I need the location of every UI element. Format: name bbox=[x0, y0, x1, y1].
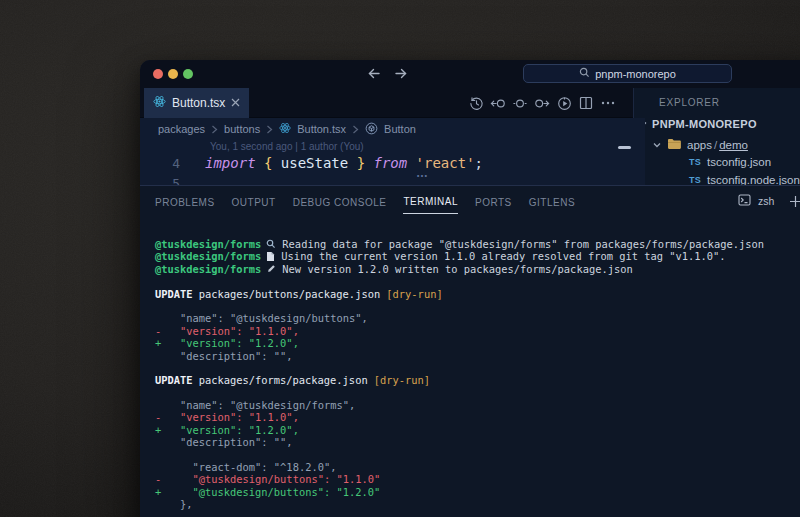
code-line-partial[interactable]: 5 bbox=[140, 176, 645, 185]
back-arrow-icon[interactable] bbox=[367, 67, 381, 80]
update-label: UPDATE bbox=[155, 374, 193, 386]
tab-terminal[interactable]: TERMINAL bbox=[403, 188, 458, 214]
next-change-icon[interactable] bbox=[534, 95, 550, 111]
log-message: Reading data for package "@tuskdesign/fo… bbox=[282, 238, 764, 250]
tab-bar: Button.tsx bbox=[140, 88, 645, 118]
close-window-button[interactable] bbox=[153, 69, 163, 79]
explorer-sidebar: EXPLORER PNPM-MONOREPO apps/demo TS tsco… bbox=[633, 88, 800, 185]
update-path: packages/forms/package.json bbox=[199, 374, 368, 386]
breadcrumb-file[interactable]: Button.tsx bbox=[297, 123, 346, 135]
token-semicolon: ; bbox=[475, 155, 483, 171]
line-number: 4 bbox=[140, 156, 188, 171]
diff-line-removed: - "version": "1.1.0", bbox=[155, 411, 800, 423]
scrollbar-thumb[interactable] bbox=[618, 146, 631, 149]
window-controls bbox=[153, 69, 193, 79]
pencil-icon bbox=[266, 264, 276, 274]
root-folder-label: PNPM-MONOREPO bbox=[652, 118, 757, 130]
tab-ports[interactable]: PORTS bbox=[475, 189, 512, 214]
terminal-log-line: @tuskdesign/forms Using the current vers… bbox=[155, 250, 800, 262]
log-message: New version 1.2.0 written to packages/fo… bbox=[282, 263, 632, 275]
code-text: import{useState}from'react'; bbox=[205, 155, 483, 171]
code-editor[interactable]: You, 1 second ago | 1 author (You) 4 imp… bbox=[140, 140, 645, 185]
new-terminal-icon[interactable] bbox=[789, 195, 800, 208]
diff-line: "name": "@tuskdesign/forms", bbox=[155, 399, 800, 411]
path-slash: / bbox=[714, 139, 717, 151]
search-icon bbox=[579, 67, 590, 80]
forward-arrow-icon[interactable] bbox=[394, 67, 408, 80]
dry-run-badge: [dry-run] bbox=[374, 374, 430, 386]
update-heading: UPDATE packages/forms/package.json [dry-… bbox=[155, 374, 800, 386]
token-close-brace: } bbox=[357, 155, 365, 171]
diff-line: "description": "", bbox=[155, 436, 800, 448]
file-label: tsconfig.json bbox=[707, 156, 771, 168]
diff-line: "react-dom": "^18.2.0", bbox=[155, 461, 800, 473]
update-heading: UPDATE packages/buttons/package.json [dr… bbox=[155, 288, 800, 300]
tab-output[interactable]: OUTPUT bbox=[232, 189, 276, 214]
breadcrumb-packages[interactable]: packages bbox=[158, 123, 205, 135]
diff-line: }, bbox=[155, 498, 800, 510]
title-bar: pnpm-monorepo bbox=[140, 60, 800, 88]
bottom-panel: PROBLEMS OUTPUT DEBUG CONSOLE TERMINAL P… bbox=[140, 185, 800, 517]
typescript-icon: TS bbox=[689, 175, 701, 185]
command-center-search[interactable]: pnpm-monorepo bbox=[523, 64, 732, 83]
token-import: import bbox=[205, 155, 256, 171]
history-nav bbox=[367, 67, 408, 80]
tab-label: Button.tsx bbox=[172, 96, 225, 110]
breadcrumb-buttons[interactable]: buttons bbox=[224, 123, 260, 135]
package-name: @tuskdesign/forms bbox=[155, 238, 261, 250]
folder-name: demo bbox=[719, 139, 748, 151]
previous-change-icon[interactable] bbox=[490, 95, 506, 111]
terminal-log-line: @tuskdesign/forms Reading data for packa… bbox=[155, 238, 800, 250]
split-editor-icon[interactable] bbox=[578, 95, 594, 111]
token-usestate: useState bbox=[281, 155, 348, 171]
editor-actions bbox=[468, 88, 616, 118]
tab-debug-console[interactable]: DEBUG CONSOLE bbox=[293, 189, 387, 214]
react-icon bbox=[153, 95, 166, 111]
code-line[interactable]: 4 import{useState}from'react'; bbox=[140, 152, 645, 174]
folder-prefix: apps bbox=[687, 139, 712, 151]
close-icon[interactable] bbox=[231, 96, 240, 110]
vscode-window: pnpm-monorepo Button.tsx bbox=[140, 60, 800, 517]
terminal-log-line: @tuskdesign/forms New version 1.2.0 writ… bbox=[155, 263, 800, 275]
update-path: packages/buttons/package.json bbox=[199, 288, 380, 300]
history-icon[interactable] bbox=[468, 95, 484, 111]
explorer-item-apps-demo[interactable]: apps/demo bbox=[652, 138, 748, 152]
tab-problems[interactable]: PROBLEMS bbox=[155, 189, 215, 214]
breadcrumb-symbol[interactable]: Button bbox=[384, 123, 416, 135]
tab-gitlens[interactable]: GITLENS bbox=[529, 189, 575, 214]
document-icon bbox=[266, 251, 275, 262]
tab-button-tsx[interactable]: Button.tsx bbox=[144, 88, 249, 118]
dry-run-badge: [dry-run] bbox=[386, 288, 442, 300]
line-number: 5 bbox=[140, 176, 188, 185]
react-icon bbox=[279, 122, 291, 136]
package-name: @tuskdesign/forms bbox=[155, 263, 261, 275]
search-text: pnpm-monorepo bbox=[595, 68, 676, 80]
update-label: UPDATE bbox=[155, 288, 193, 300]
token-open-brace: { bbox=[264, 155, 272, 171]
chevron-right-icon bbox=[211, 125, 218, 134]
package-name: @tuskdesign/forms bbox=[155, 250, 261, 262]
magnifier-icon bbox=[266, 239, 276, 249]
fold-ellipsis: … bbox=[416, 166, 430, 180]
typescript-icon: TS bbox=[689, 157, 701, 167]
explorer-header: EXPLORER bbox=[659, 97, 720, 108]
shell-name[interactable]: zsh bbox=[758, 195, 774, 207]
explorer-item-tsconfig[interactable]: TS tsconfig.json bbox=[689, 156, 771, 168]
chevron-right-icon bbox=[266, 125, 273, 134]
compare-ring-icon[interactable] bbox=[512, 95, 528, 111]
minimize-window-button[interactable] bbox=[168, 69, 178, 79]
run-code-icon[interactable] bbox=[556, 95, 572, 111]
diff-line: "name": "@tuskdesign/buttons", bbox=[155, 312, 800, 324]
explorer-root-folder[interactable]: PNPM-MONOREPO bbox=[638, 118, 757, 130]
terminal-controls: zsh bbox=[738, 186, 800, 216]
folder-icon bbox=[667, 138, 682, 152]
diff-line-added: + "@tuskdesign/buttons": "1.2.0" bbox=[155, 486, 800, 498]
more-actions-icon[interactable] bbox=[600, 95, 616, 111]
diff-line: "description": "", bbox=[155, 350, 800, 362]
breadcrumb: packages buttons Button.tsx Button bbox=[140, 118, 645, 140]
zoom-window-button[interactable] bbox=[183, 69, 193, 79]
terminal-output: @tuskdesign/forms Reading data for packa… bbox=[155, 238, 800, 511]
terminal-shell-icon bbox=[738, 192, 751, 210]
git-blame-annotation: You, 1 second ago | 1 author (You) bbox=[210, 141, 364, 152]
explorer-item-tsconfig-node[interactable]: TS tsconfig.node.json bbox=[689, 174, 800, 185]
